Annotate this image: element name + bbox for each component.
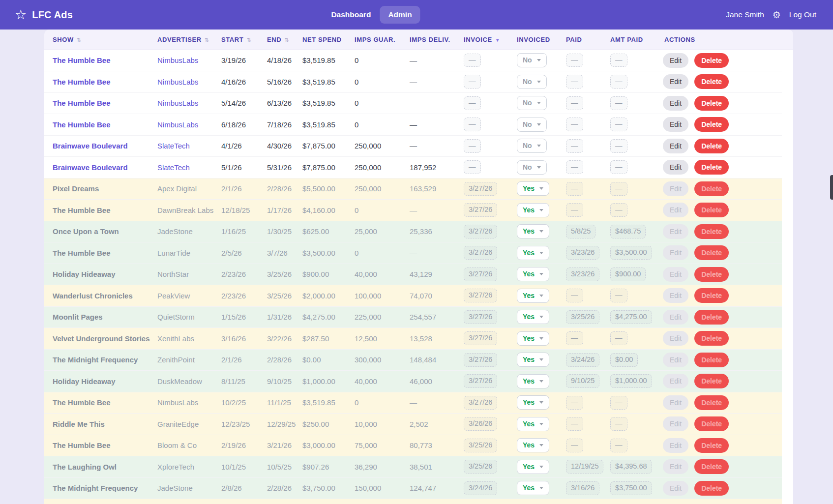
invoice-field[interactable]: 3/27/26: [464, 310, 497, 324]
delete-button[interactable]: Delete: [694, 288, 729, 303]
invoice-field[interactable]: 3/27/26: [464, 267, 497, 281]
amt-paid-field[interactable]: $900.00: [610, 267, 646, 281]
invoice-field[interactable]: 3/27/26: [464, 246, 497, 260]
invoice-field[interactable]: —: [464, 139, 481, 153]
delete-button[interactable]: Delete: [694, 353, 729, 367]
amt-paid-field[interactable]: —: [610, 182, 627, 196]
invoiced-select[interactable]: Yes: [517, 203, 549, 217]
delete-button[interactable]: Delete: [694, 395, 729, 410]
invoice-field[interactable]: 3/27/26: [464, 353, 497, 367]
paid-field[interactable]: —: [566, 160, 583, 174]
column-header-advertiser[interactable]: ADVERTISER⇅: [151, 30, 215, 50]
invoiced-select[interactable]: No: [517, 75, 547, 89]
show-link[interactable]: The Humble Bee: [53, 78, 111, 86]
paid-field[interactable]: 5/8/25: [566, 225, 595, 238]
edit-button[interactable]: Edit: [663, 160, 688, 175]
delete-button[interactable]: Delete: [694, 267, 729, 282]
amt-paid-field[interactable]: —: [610, 331, 627, 345]
column-header-end[interactable]: END⇅: [261, 30, 297, 50]
invoiced-select[interactable]: No: [517, 53, 547, 67]
advertiser-link[interactable]: NimbusLabs: [157, 120, 198, 129]
paid-field[interactable]: —: [566, 331, 583, 345]
show-link[interactable]: The Humble Bee: [53, 56, 111, 64]
invoiced-select[interactable]: Yes: [517, 181, 549, 196]
delete-button[interactable]: Delete: [694, 117, 729, 132]
amt-paid-field[interactable]: —: [610, 54, 627, 67]
delete-button[interactable]: Delete: [694, 74, 729, 89]
amt-paid-field[interactable]: $1,000.00: [610, 374, 652, 388]
advertiser-link[interactable]: SlateTech: [157, 142, 190, 150]
column-header-invoice[interactable]: INVOICE▼: [458, 30, 511, 50]
invoiced-select[interactable]: Yes: [517, 438, 549, 452]
invoice-field[interactable]: 3/24/26: [464, 481, 497, 495]
amt-paid-field[interactable]: —: [610, 439, 627, 452]
edit-button[interactable]: Edit: [663, 53, 688, 68]
amt-paid-field[interactable]: —: [610, 160, 627, 174]
invoiced-select[interactable]: No: [517, 96, 547, 110]
paid-field[interactable]: —: [566, 139, 583, 153]
delete-button[interactable]: Delete: [694, 481, 729, 496]
invoiced-select[interactable]: Yes: [517, 331, 549, 346]
invoiced-select[interactable]: Yes: [517, 353, 549, 367]
delete-button[interactable]: Delete: [694, 416, 729, 431]
invoiced-select[interactable]: No: [517, 139, 547, 153]
delete-button[interactable]: Delete: [694, 181, 729, 196]
delete-button[interactable]: Delete: [694, 438, 729, 453]
amt-paid-field[interactable]: $3,500.00: [610, 246, 652, 260]
advertiser-link[interactable]: NimbusLabs: [157, 99, 198, 107]
invoice-field[interactable]: 3/25/26: [464, 439, 497, 452]
invoice-field[interactable]: 3/27/26: [464, 331, 497, 345]
invoice-field[interactable]: 3/27/26: [464, 374, 497, 388]
paid-field[interactable]: 3/16/26: [566, 481, 599, 495]
amt-paid-field[interactable]: —: [610, 75, 627, 89]
invoiced-select[interactable]: Yes: [517, 395, 549, 410]
invoiced-select[interactable]: Yes: [517, 481, 549, 495]
advertiser-link[interactable]: NimbusLabs: [157, 56, 198, 64]
edit-button[interactable]: Edit: [663, 117, 688, 132]
paid-field[interactable]: 12/19/25: [566, 460, 603, 474]
delete-button[interactable]: Delete: [694, 160, 729, 175]
paid-field[interactable]: 3/24/26: [566, 353, 599, 367]
show-link[interactable]: Brainwave Boulevard: [53, 142, 128, 150]
paid-field[interactable]: —: [566, 289, 583, 302]
invoice-field[interactable]: —: [464, 118, 481, 131]
delete-button[interactable]: Delete: [694, 53, 729, 68]
paid-field[interactable]: —: [566, 182, 583, 196]
invoiced-select[interactable]: No: [517, 160, 547, 175]
show-link[interactable]: The Humble Bee: [53, 120, 111, 129]
scrollbar-thumb[interactable]: [830, 175, 833, 200]
edit-button[interactable]: Edit: [663, 139, 688, 153]
invoice-field[interactable]: —: [464, 54, 481, 67]
invoiced-select[interactable]: Yes: [517, 267, 549, 281]
delete-button[interactable]: Delete: [694, 331, 729, 346]
paid-field[interactable]: 9/10/25: [566, 374, 599, 388]
gear-icon[interactable]: ⚙: [773, 10, 781, 20]
amt-paid-field[interactable]: $0.00: [610, 353, 638, 367]
show-link[interactable]: The Humble Bee: [53, 99, 111, 107]
delete-button[interactable]: Delete: [694, 310, 729, 325]
advertiser-link[interactable]: NimbusLabs: [157, 78, 198, 86]
invoice-field[interactable]: 3/27/26: [464, 225, 497, 238]
edit-button[interactable]: Edit: [663, 74, 688, 89]
invoice-field[interactable]: —: [464, 96, 481, 110]
paid-field[interactable]: —: [566, 75, 583, 89]
column-header-start[interactable]: START⇅: [215, 30, 261, 50]
paid-field[interactable]: —: [566, 439, 583, 452]
nav-dashboard[interactable]: Dashboard: [330, 6, 372, 24]
invoiced-select[interactable]: Yes: [517, 289, 549, 303]
delete-button[interactable]: Delete: [694, 245, 729, 260]
paid-field[interactable]: —: [566, 417, 583, 431]
paid-field[interactable]: 3/23/26: [566, 246, 599, 260]
logout-link[interactable]: Log Out: [789, 10, 816, 19]
invoiced-select[interactable]: Yes: [517, 460, 549, 474]
amt-paid-field[interactable]: $4,275.00: [610, 310, 652, 324]
amt-paid-field[interactable]: $3,750.00: [610, 481, 652, 495]
invoice-field[interactable]: 3/27/26: [464, 396, 497, 410]
invoice-field[interactable]: 3/27/26: [464, 182, 497, 196]
paid-field[interactable]: —: [566, 54, 583, 67]
invoice-field[interactable]: —: [464, 75, 481, 89]
paid-field[interactable]: —: [566, 203, 583, 217]
paid-field[interactable]: —: [566, 396, 583, 410]
amt-paid-field[interactable]: —: [610, 289, 627, 302]
paid-field[interactable]: 3/23/26: [566, 267, 599, 281]
